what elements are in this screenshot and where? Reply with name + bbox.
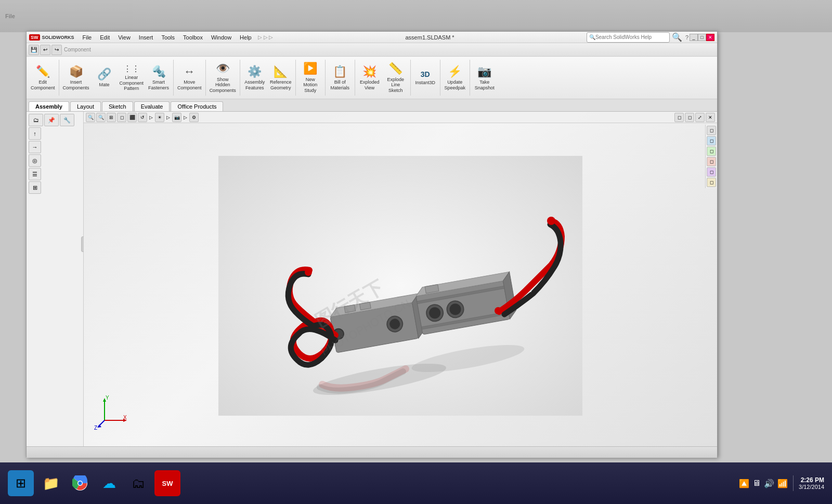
minimize-button[interactable]: _	[690, 34, 698, 41]
coordinate-axes: Y X Z	[94, 394, 125, 426]
bg-title: File	[5, 13, 15, 19]
left-tool-1[interactable]: ↑	[29, 127, 41, 140]
taskbar-inner: ⊞ 📁 ☁ 🗂 SW 🔼 🖥 🔊 📶	[0, 462, 832, 504]
instant3d-icon: 3D	[421, 70, 430, 79]
edit-component-label: EditComponent	[31, 79, 55, 91]
instant3d-btn[interactable]: 3D Instant3D	[412, 58, 438, 98]
menu-tools[interactable]: Tools	[157, 33, 179, 42]
bom-icon: 📋	[333, 65, 347, 78]
zoom-in-icon[interactable]: 🔍	[86, 113, 95, 122]
explode-line-btn[interactable]: 📏 ExplodeLineSketch	[383, 58, 409, 98]
bom-label: Bill ofMaterials	[330, 79, 349, 91]
model-svg: 图行天下 PHOTOPHOTO.CN	[218, 156, 582, 416]
camera-icon[interactable]: 📷	[172, 113, 181, 122]
assembly-features-btn[interactable]: ⚙️ AssemblyFeatures	[242, 58, 268, 98]
menu-help[interactable]: Help	[236, 33, 256, 42]
svg-point-37	[79, 482, 82, 485]
sidebar-icon-1[interactable]: 🗂	[29, 114, 43, 126]
show-hidden-label: ShowHiddenComponents	[210, 77, 236, 94]
show-hidden-icon: 👁️	[216, 62, 230, 75]
sw-logo[interactable]: SW SOLIDWORKS	[29, 34, 74, 41]
vp-sep1: ▷	[148, 114, 154, 121]
assembly-features-icon: ⚙️	[248, 65, 262, 78]
maximize-button[interactable]: □	[698, 34, 706, 41]
exploded-view-btn[interactable]: 💥 ExplodedView	[357, 58, 383, 98]
help-icon[interactable]: ?	[684, 33, 690, 42]
rotate-icon[interactable]: ↺	[138, 113, 147, 122]
search-bar[interactable]: 🔍	[587, 32, 670, 43]
linear-pattern-icon: ⋮⋮	[123, 64, 140, 74]
tray-icon-2[interactable]: 🖥	[752, 479, 761, 488]
move-component-btn[interactable]: ↔️ MoveComponent	[175, 58, 204, 98]
content-area: 🗂 📌 🔧 ↑ → ◎ ☰ ⊞ 🔍 🔍	[27, 112, 717, 446]
tray-separator	[793, 475, 794, 491]
tray-wifi[interactable]: 📶	[777, 479, 788, 488]
view-panel-4[interactable]: ◻	[707, 157, 716, 166]
display-style-icon[interactable]: ⬛	[127, 113, 137, 122]
view-panel-2[interactable]: ◻	[707, 136, 716, 145]
menu-file[interactable]: File	[79, 33, 96, 42]
settings-icon[interactable]: ⚙	[189, 113, 199, 122]
tab-layout[interactable]: Layout	[70, 101, 101, 111]
sep9	[440, 60, 440, 96]
menu-insert[interactable]: Insert	[135, 33, 158, 42]
fit-all-icon[interactable]: ⊞	[107, 113, 116, 122]
redo-icon[interactable]: ↪	[51, 45, 62, 55]
chrome-button[interactable]	[67, 470, 93, 496]
vp-right-expand[interactable]: ⤢	[695, 113, 705, 122]
view-panel-1[interactable]: ◻	[707, 126, 716, 135]
left-tool-3[interactable]: ◎	[29, 154, 41, 167]
snapshot-btn[interactable]: 📷 TakeSnapshot	[472, 58, 498, 98]
view-panel-3[interactable]: ◻	[707, 147, 716, 156]
motion-study-btn[interactable]: ▶️ NewMotionStudy	[297, 58, 323, 98]
vp-right-1[interactable]: ◻	[674, 113, 684, 122]
tab-office-products[interactable]: Office Products	[171, 101, 223, 111]
motion-label: NewMotionStudy	[303, 77, 317, 94]
solidworks-taskbar-button[interactable]: SW	[154, 470, 180, 496]
search-submit-icon[interactable]: 🔍	[672, 32, 682, 42]
sidebar-icon-2[interactable]: 📌	[44, 114, 59, 126]
taskbar-area: ⊞ 📁 ☁ 🗂 SW 🔼 🖥 🔊 📶	[0, 462, 832, 504]
search-input[interactable]	[595, 34, 658, 40]
speedpak-btn[interactable]: ⚡ UpdateSpeedpak	[442, 58, 468, 98]
skype-button[interactable]: ☁	[96, 470, 122, 496]
menu-view[interactable]: View	[114, 33, 135, 42]
start-button[interactable]: ⊞	[8, 470, 34, 496]
viewport: 🔍 🔍 ⊞ ◻ ⬛ ↺ ▷ ☀ ▷ 📷 ▷ ⚙ ◻ ◻ ⤢ ✕	[84, 112, 717, 446]
bom-btn[interactable]: 📋 Bill ofMaterials	[327, 58, 353, 98]
view-options-icon[interactable]: ◻	[117, 113, 126, 122]
tab-assembly[interactable]: Assembly	[29, 101, 69, 111]
left-tool-4[interactable]: ☰	[29, 168, 41, 180]
linear-pattern-btn[interactable]: ⋮⋮ LinearComponentPattern	[118, 58, 146, 98]
tab-sketch[interactable]: Sketch	[102, 101, 133, 111]
tray-icon-1[interactable]: 🔼	[739, 479, 749, 488]
file-explorer-button[interactable]: 📁	[38, 470, 64, 496]
reference-geometry-btn[interactable]: 📐 ReferenceGeometry	[268, 58, 294, 98]
system-tray: 🔼 🖥 🔊 📶 2:26 PM 3/12/2014	[739, 475, 824, 491]
tray-volume[interactable]: 🔊	[764, 479, 774, 488]
show-hidden-btn[interactable]: 👁️ ShowHiddenComponents	[207, 58, 238, 98]
left-tool-2[interactable]: →	[29, 141, 41, 153]
undo-icon[interactable]: ↩	[40, 45, 50, 55]
view-panel-5[interactable]: ◻	[707, 167, 716, 177]
menu-edit[interactable]: Edit	[96, 33, 114, 42]
vp-right-close[interactable]: ✕	[706, 113, 715, 122]
sidebar-icon-3[interactable]: 🔧	[60, 114, 74, 126]
smart-fasteners-btn[interactable]: 🔩 SmartFasteners	[146, 58, 172, 98]
view-panel-6[interactable]: ◻	[707, 178, 716, 187]
move-icon: ↔️	[184, 65, 195, 78]
system-clock[interactable]: 2:26 PM 3/12/2014	[799, 476, 824, 490]
tab-evaluate[interactable]: Evaluate	[134, 101, 170, 111]
close-button[interactable]: ✕	[706, 34, 714, 41]
explorer2-button[interactable]: 🗂	[125, 470, 151, 496]
vp-right-2[interactable]: ◻	[685, 113, 694, 122]
menu-window[interactable]: Window	[207, 33, 236, 42]
zoom-out-icon[interactable]: 🔍	[96, 113, 106, 122]
left-tool-5[interactable]: ⊞	[29, 181, 41, 194]
menu-toolbox[interactable]: Toolbox	[179, 33, 207, 42]
insert-components-btn[interactable]: 📦 InsertComponents	[61, 58, 92, 98]
mate-btn[interactable]: 🔗 Mate	[92, 58, 118, 98]
lighting-icon[interactable]: ☀	[155, 113, 164, 122]
edit-component-btn[interactable]: ✏️ EditComponent	[29, 58, 57, 98]
save-icon[interactable]: 💾	[29, 45, 39, 55]
